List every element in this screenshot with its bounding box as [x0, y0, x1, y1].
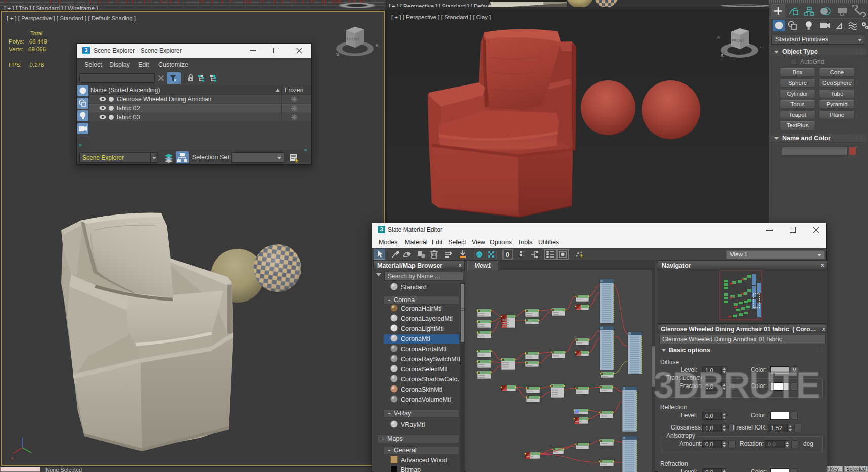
svg-text:S: S — [721, 53, 724, 58]
svg-text:W: W — [717, 36, 720, 39]
svg-text:0: 0 — [506, 251, 509, 259]
svg-text:FRONT: FRONT — [732, 38, 745, 44]
svg-text:E: E — [376, 43, 378, 48]
svg-text:x: x — [11, 456, 14, 461]
svg-text:FRONT: FRONT — [347, 37, 360, 42]
svg-text:E: E — [760, 45, 763, 49]
svg-text:S: S — [336, 52, 339, 57]
